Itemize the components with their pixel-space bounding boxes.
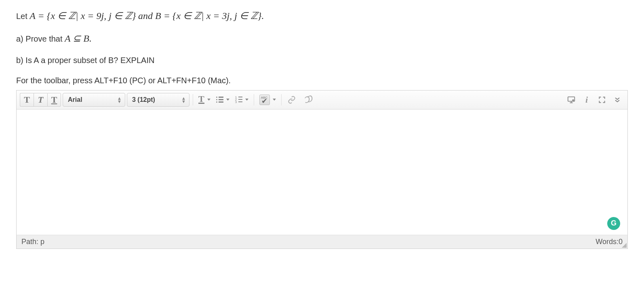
- grammarly-badge[interactable]: G: [607, 217, 620, 230]
- question-part-b: b) Is A a proper subset of B? EXPLAIN: [16, 54, 628, 67]
- svg-point-1: [572, 99, 574, 101]
- font-family-select[interactable]: Arial ▲▼: [63, 93, 125, 107]
- info-icon: i: [585, 95, 588, 105]
- toolbar-separator: [193, 94, 193, 105]
- bold-icon: T: [24, 95, 30, 105]
- editor-body: G: [17, 110, 627, 235]
- question-part-a: a) Prove that A ⊆ B.: [16, 31, 628, 46]
- set-a-def: A = {x ∈ ℤ| x = 9j, j ∈ ℤ}: [29, 11, 136, 21]
- bold-button[interactable]: T: [20, 93, 34, 107]
- set-b-def: B = {x ∈ ℤ| x = 3j, j ∈ ℤ}.: [155, 11, 264, 21]
- more-button[interactable]: [610, 93, 624, 107]
- underline-button[interactable]: T: [47, 93, 61, 107]
- underline-icon: T: [51, 95, 57, 105]
- bullet-list-button[interactable]: [214, 93, 232, 107]
- italic-button[interactable]: T: [34, 93, 47, 107]
- path-display: Path: p: [21, 238, 44, 246]
- editor-toolbar: T T T Arial ▲▼ 3 (12pt) ▲▼ T A: [17, 91, 627, 110]
- toolbar-separator: [281, 94, 282, 105]
- editor-statusbar: Path: p Words:0: [17, 235, 627, 249]
- select-arrows-icon: ▲▼: [117, 97, 122, 103]
- bullet-list-icon: [216, 96, 223, 103]
- link-icon: [288, 96, 296, 104]
- path-value: p: [40, 238, 44, 246]
- toolbar-right-tools: i: [564, 93, 624, 107]
- spellcheck-icon: ABC✔: [259, 95, 270, 105]
- numbered-list-icon: [235, 96, 242, 103]
- toolbar-separator: [254, 94, 254, 105]
- chevron-down-icon: [207, 99, 210, 101]
- select-arrows-icon: ▲▼: [181, 97, 186, 103]
- path-label: Path:: [21, 238, 40, 246]
- monitor-icon: [567, 95, 576, 104]
- words-label: Words:: [596, 238, 619, 246]
- italic-icon: T: [38, 95, 43, 105]
- word-count: Words:0: [596, 238, 623, 246]
- expand-icon: [598, 96, 606, 104]
- editor-content-area[interactable]: [17, 110, 627, 235]
- text-let: Let: [16, 12, 29, 21]
- rich-text-editor: T T T Arial ▲▼ 3 (12pt) ▲▼ T A: [16, 90, 628, 249]
- chevron-down-icon: [273, 99, 276, 101]
- resize-handle[interactable]: [621, 242, 627, 248]
- font-size-select[interactable]: 3 (12pt) ▲▼: [127, 93, 189, 107]
- chevron-down-icon: [245, 99, 248, 101]
- part-a-math: A ⊆ B.: [65, 33, 92, 44]
- numbered-list-button[interactable]: [233, 93, 250, 107]
- help-button[interactable]: i: [580, 93, 593, 107]
- text-style-group: T T T: [20, 93, 61, 107]
- font-size-value: 3 (12pt): [132, 96, 155, 103]
- unlink-icon: ꓛꓛ: [302, 94, 311, 105]
- fullscreen-button[interactable]: [595, 93, 609, 107]
- part-a-text: a) Prove that: [16, 34, 65, 43]
- preview-button[interactable]: [564, 93, 578, 107]
- double-chevron-down-icon: [613, 96, 621, 104]
- chevron-down-icon: [226, 99, 229, 101]
- toolbar-hint: For the toolbar, press ALT+F10 (PC) or A…: [16, 74, 628, 87]
- link-button[interactable]: [285, 93, 299, 107]
- font-family-value: Arial: [68, 96, 82, 103]
- spellcheck-button[interactable]: ABC✔: [257, 93, 278, 107]
- text-color-button[interactable]: T: [196, 93, 213, 107]
- unlink-button[interactable]: ꓛꓛ: [300, 93, 314, 107]
- question-definition: Let A = {x ∈ ℤ| x = 9j, j ∈ ℤ} and B = {…: [16, 8, 628, 23]
- question-area: Let A = {x ∈ ℤ| x = 9j, j ∈ ℤ} and B = {…: [16, 8, 628, 87]
- text-color-icon: T: [198, 95, 204, 104]
- text-and: and: [138, 11, 155, 21]
